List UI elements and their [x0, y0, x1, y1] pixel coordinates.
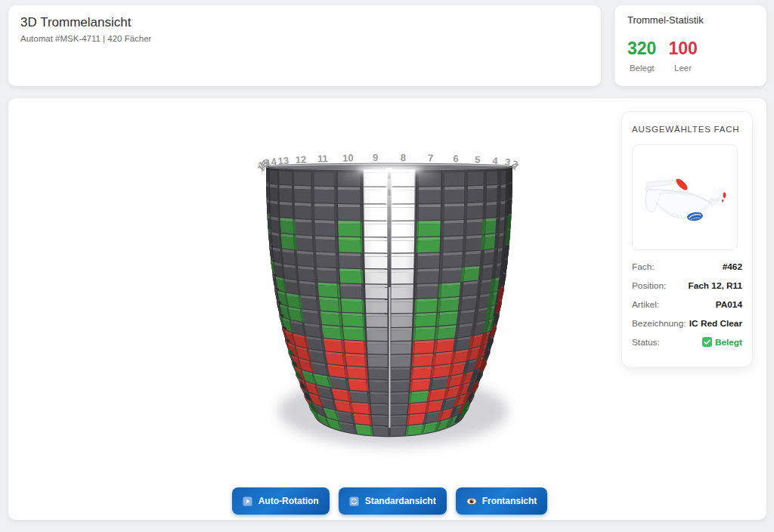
detail-label: Bezeichnung:: [632, 318, 686, 329]
refresh-icon: [349, 496, 359, 506]
stat-empty-label: Leer: [668, 63, 697, 73]
status-text: Belegt: [715, 337, 742, 348]
header-card: 3D Trommelansicht Automat #MSK-4711 | 42…: [8, 5, 601, 86]
page-title: 3D Trommelansicht: [20, 15, 589, 30]
drum-column-label-6: 6: [453, 153, 459, 164]
frontansicht-button[interactable]: Frontansicht: [456, 487, 548, 515]
selected-fach-title: AUSGEWÄHLTES FACH: [632, 125, 742, 134]
view-controls: Auto-RotationStandardansichtFrontansicht: [11, 487, 769, 515]
stats-card: Trommel-Statistik 320 Belegt 100 Leer: [615, 5, 766, 86]
drum-view-card: 16151413121110987654321 AUSGEWÄHLTES FAC…: [8, 98, 766, 520]
stat-occupied-label: Belegt: [627, 63, 656, 73]
fach-details: Fach:#462Position:Fach 12, R11Artikel:PA…: [632, 257, 742, 351]
detail-row-bezeichnung: Bezeichnung:IC Red Clear: [632, 314, 742, 332]
drum-column-label-9: 9: [373, 152, 378, 163]
stat-occupied-value: 320: [627, 40, 656, 57]
detail-row-fach: Fach:#462: [632, 257, 742, 276]
drum-column-label-7: 7: [428, 152, 434, 163]
checkbox-checked-icon: [702, 337, 712, 347]
button-label: Standardansicht: [365, 496, 436, 506]
button-label: Auto-Rotation: [259, 496, 319, 506]
drum-column-label-13: 13: [277, 155, 289, 167]
play-icon: [243, 496, 252, 506]
eye-icon: [466, 496, 476, 506]
detail-label: Fach:: [632, 261, 655, 272]
detail-value: Belegt: [702, 337, 742, 348]
selected-fach-panel: AUSGEWÄHLTES FACH Fach:#462Pos: [621, 111, 753, 367]
stat-empty: 100 Leer: [668, 40, 697, 73]
drum-column-label-8: 8: [401, 152, 406, 163]
detail-row-artikel: Artikel:PA014: [632, 295, 742, 314]
drum-column-label-12: 12: [295, 153, 306, 165]
auto-rotation-button[interactable]: Auto-Rotation: [232, 487, 330, 515]
detail-value: PA014: [716, 299, 742, 310]
detail-label: Position:: [632, 280, 666, 291]
drum-column-label-14: 14: [265, 156, 277, 169]
product-image-box: [632, 144, 738, 250]
drum-column-label-5: 5: [475, 153, 481, 165]
drum-column-label-11: 11: [317, 153, 328, 164]
safety-glasses: [646, 179, 726, 222]
page-subtitle: Automat #MSK-4711 | 420 Fächer: [20, 34, 589, 43]
detail-label: Status:: [632, 337, 660, 348]
drum-column-label-10: 10: [342, 152, 354, 163]
stat-occupied: 320 Belegt: [627, 40, 656, 73]
detail-row-status: Status:Belegt: [632, 332, 742, 351]
stat-empty-value: 100: [668, 40, 697, 57]
stats-title: Trommel-Statistik: [627, 14, 754, 26]
button-label: Frontansicht: [482, 496, 537, 506]
detail-value: Fach 12, R11: [689, 280, 742, 291]
detail-label: Artikel:: [632, 299, 659, 310]
standardansicht-button[interactable]: Standardansicht: [339, 487, 447, 515]
safety-glasses-image: [633, 145, 737, 249]
detail-value: IC Red Clear: [689, 318, 742, 329]
detail-row-position: Position:Fach 12, R11: [632, 276, 742, 295]
detail-value: #462: [723, 261, 742, 272]
stats-values: 320 Belegt 100 Leer: [627, 40, 754, 73]
